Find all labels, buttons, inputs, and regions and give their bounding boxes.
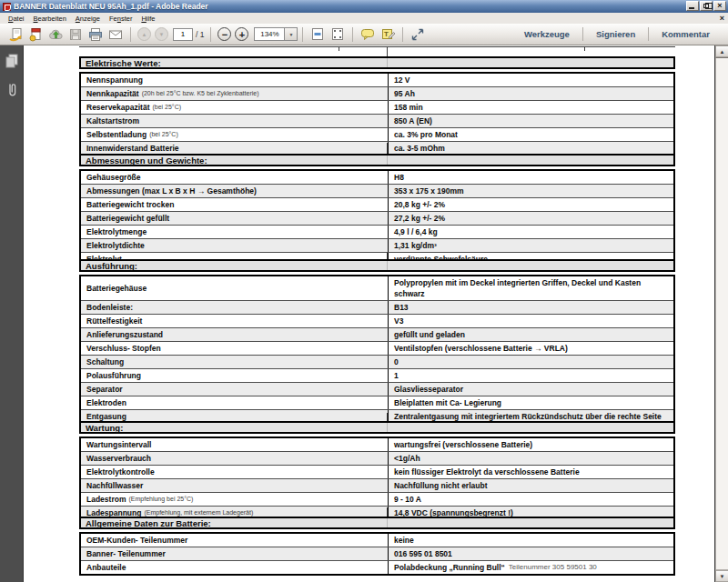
row-label: Elektroden	[86, 397, 126, 408]
zoom-level-value[interactable]: 134%	[254, 27, 285, 41]
sticky-note-icon[interactable]: T	[379, 26, 396, 43]
werkzeuge-button[interactable]: Werkzeuge	[511, 29, 582, 39]
row-label: Elektrolytmenge	[86, 226, 147, 237]
column-divider-tick	[387, 252, 388, 259]
row-value: keine	[394, 535, 414, 546]
row-value: 95 Ah	[394, 88, 415, 99]
menu-hilfe[interactable]: Hilfe	[136, 15, 159, 23]
row-value-cell: Ventilstopfen (verschlossene Batterie → …	[389, 342, 673, 355]
datasheet-table: Abmessungen und Gewichte:GehäusegrößeH8A…	[79, 154, 675, 267]
print-icon[interactable]	[87, 26, 104, 43]
minimize-button[interactable]	[686, 1, 699, 11]
table-row: Polausführung1	[81, 368, 673, 382]
next-page-icon[interactable]: ▼	[155, 27, 168, 41]
row-value: V3	[394, 316, 403, 326]
row-label-cell: Wasserverbrauch	[81, 452, 389, 465]
row-label: Nennspannung	[86, 75, 143, 85]
row-label-cell: Ladestrom(Empfehlung bei 25°C)	[81, 493, 389, 506]
row-value: Polabdeckung „Running Bull“	[394, 562, 505, 573]
row-label: Verschluss- Stopfen	[86, 343, 161, 354]
scrollbar-thumb[interactable]	[715, 57, 728, 570]
fit-width-icon[interactable]	[309, 26, 326, 43]
row-value-cell: B13	[389, 301, 673, 314]
row-value: <1g/Ah	[394, 453, 420, 464]
row-label-cell: Batteriegehäuse	[81, 276, 389, 300]
row-value-cell: V3	[389, 315, 673, 327]
menu-anzeige[interactable]: Anzeige	[71, 15, 105, 23]
row-label-cell: Schaltung	[81, 356, 389, 368]
section-header: Allgemeine Daten zur Batterie:	[79, 517, 675, 529]
toolbar: ▲ ▼ / 1 − + 134% ▼ T WerkzeugeSignierenK…	[0, 24, 728, 45]
arrow-down-icon: ▼	[720, 574, 725, 579]
table-row: Abmessungen (max L x B x H → Gesamthöhe)…	[81, 184, 673, 197]
minimize-icon	[689, 7, 694, 9]
menu-bearbeiten[interactable]: Bearbeiten	[29, 15, 71, 23]
restore-button[interactable]	[700, 1, 713, 11]
table-row: OEM-Kunden- Teilenummerkeine	[81, 534, 673, 547]
row-label: Wasserverbrauch	[86, 453, 151, 464]
row-value: Nachfüllung nicht erlaubt	[394, 480, 487, 491]
table-row: Reservekapazität(bei 25°C)158 min	[81, 100, 673, 114]
row-value: gefüllt und geladen	[394, 329, 465, 340]
row-label: OEM-Kunden- Teilenummer	[86, 535, 187, 546]
table-body: Nennspannung12 VNennkapazität(20h bei 25…	[79, 72, 675, 156]
page-number-input[interactable]	[173, 28, 193, 41]
row-value-cell: 016 595 01 8501	[389, 547, 673, 560]
pages-panel-icon[interactable]	[0, 50, 24, 72]
upload-cloud-icon[interactable]	[47, 26, 64, 43]
table-body: BatteriegehäusePolypropylen mit im Decke…	[79, 275, 675, 425]
menu-fenster[interactable]: Fenster	[105, 15, 136, 23]
row-label-cell: Wartungsintervall	[81, 438, 389, 451]
table-row: Nennkapazität(20h bei 25°C bzw. K5 bei Z…	[81, 86, 673, 100]
row-value-cell: keine	[389, 534, 673, 547]
document-close-button[interactable]: ×	[720, 13, 724, 24]
kommentar-button[interactable]: Kommentar	[649, 29, 723, 39]
row-label-cell: Bodenleiste:	[81, 301, 389, 314]
row-value-cell: 0	[389, 356, 673, 368]
previous-page-icon[interactable]: ▲	[137, 27, 151, 41]
scroll-up-button[interactable]: ▲	[715, 45, 728, 57]
zoom-out-icon[interactable]: −	[217, 27, 231, 41]
menu-datei[interactable]: Datei	[4, 15, 29, 23]
row-value-cell: 158 min	[389, 101, 673, 114]
row-label: Polausführung	[86, 370, 141, 381]
section-header-label: Ausführung:	[86, 261, 137, 271]
table-row: Schaltung0	[81, 355, 673, 368]
comment-bubble-icon[interactable]	[359, 26, 376, 43]
table-row: GehäusegrößeH8	[81, 171, 673, 184]
fit-page-icon[interactable]	[329, 26, 346, 43]
row-value: wartungsfrei (verschlossene Batterie)	[394, 439, 532, 450]
create-pdf-online-icon[interactable]	[27, 26, 44, 43]
table-row: Kaltstartstrom850 A (EN)	[81, 114, 673, 127]
row-value-cell: H8	[389, 171, 673, 184]
vertical-scrollbar[interactable]: ▲ ▼	[714, 45, 728, 582]
row-label-cell: Nachfüllwasser	[81, 479, 389, 492]
document-viewport: Elektrische Werte:Nennspannung12 VNennka…	[0, 45, 728, 582]
open-file-icon[interactable]	[7, 26, 24, 43]
table-row: NachfüllwasserNachfüllung nicht erlaubt	[81, 478, 673, 492]
row-label-cell: OEM-Kunden- Teilenummer	[81, 534, 389, 547]
row-value-cell: 850 A (EN)	[389, 115, 673, 127]
email-icon[interactable]	[107, 26, 124, 43]
close-button[interactable]: ×	[713, 1, 726, 11]
expand-icon[interactable]	[410, 26, 426, 43]
zoom-dropdown-button[interactable]: ▼	[285, 27, 298, 41]
save-icon[interactable]	[67, 26, 84, 43]
row-value-cell: ca. 3% pro Monat	[389, 128, 673, 141]
row-value: 20,8 kg +/- 2%	[394, 199, 445, 210]
zoom-in-icon[interactable]: +	[235, 27, 248, 41]
row-label-note: (20h bei 25°C bzw. K5 bei Zyklenbatterie…	[142, 88, 259, 99]
row-value-cell: Bleiplatten mit Ca- Legierung	[389, 396, 673, 409]
column-divider-tick	[387, 47, 388, 56]
row-label-cell: Batteriegewicht gefüllt	[81, 212, 389, 225]
row-label: Batteriegehäuse	[86, 283, 147, 294]
attachments-panel-icon[interactable]	[0, 79, 24, 101]
table-row: Wasserverbrauch<1g/Ah	[81, 451, 673, 465]
row-label-cell: Rüttelfestigkeit	[81, 315, 389, 327]
signieren-button[interactable]: Signieren	[583, 29, 648, 39]
row-label-note: (Empfehlung bei 25°C)	[128, 494, 193, 505]
row-value-cell: 27,2 kg +/- 2%	[389, 212, 673, 225]
scroll-down-button[interactable]: ▼	[715, 570, 728, 582]
row-label: Schaltung	[86, 356, 124, 367]
table-row: Anlieferungszustandgefüllt und geladen	[81, 327, 673, 341]
